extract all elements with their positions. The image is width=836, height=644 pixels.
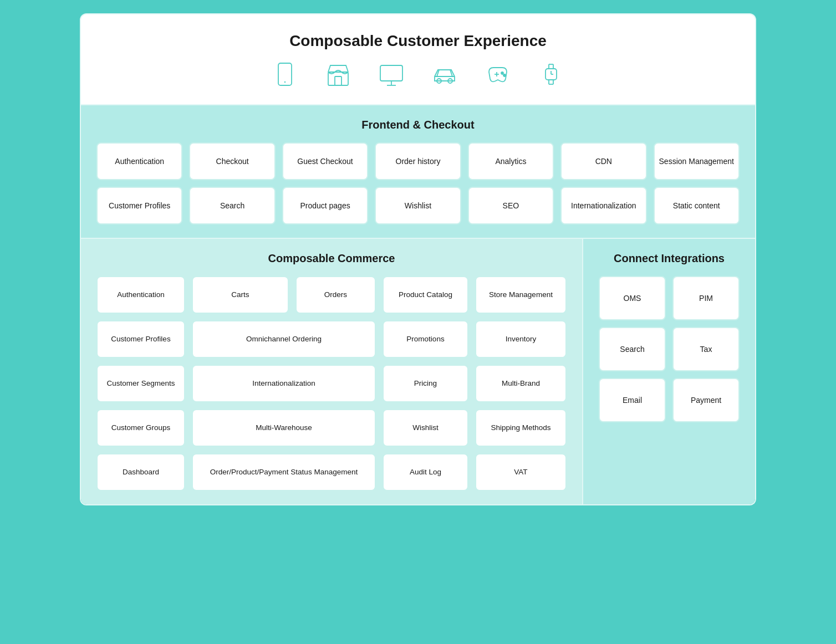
- fe-card-customer-profiles: Customer Profiles: [96, 187, 182, 224]
- commerce-section: Composable Commerce Authentication Carts…: [81, 239, 583, 504]
- cc-authentication: Authentication: [96, 276, 185, 314]
- frontend-row1: Authentication Checkout Guest Checkout O…: [96, 142, 740, 180]
- desktop-icon: [378, 61, 405, 91]
- fe-card-seo: SEO: [468, 187, 554, 224]
- fe-card-static-content: Static content: [654, 187, 740, 224]
- connect-title: Connect Integrations: [599, 252, 740, 265]
- cc-internationalization: Internationalization: [192, 365, 376, 402]
- frontend-row2: Customer Profiles Search Product pages W…: [96, 187, 740, 224]
- svg-point-11: [501, 72, 503, 74]
- frontend-section: Frontend & Checkout Authentication Check…: [80, 105, 756, 239]
- cc-customer-profiles: Customer Profiles: [96, 320, 185, 358]
- connect-pim: PIM: [672, 276, 740, 320]
- connect-oms: OMS: [599, 276, 666, 320]
- cc-orders: Orders: [295, 276, 376, 314]
- car-icon: [431, 61, 458, 91]
- device-icons-row: [94, 61, 742, 91]
- connect-payment: Payment: [672, 378, 740, 422]
- fe-card-product-pages: Product pages: [282, 187, 368, 224]
- svg-rect-3: [335, 76, 341, 85]
- cc-vat: VAT: [475, 453, 567, 491]
- connect-search: Search: [599, 327, 666, 371]
- cc-shipping-methods: Shipping Methods: [475, 409, 567, 447]
- watch-icon: [538, 61, 564, 91]
- cc-inventory: Inventory: [475, 320, 567, 358]
- connect-email: Email: [599, 378, 666, 422]
- cc-multi-warehouse: Multi-Warehouse: [192, 409, 376, 447]
- gaming-icon: [485, 61, 511, 91]
- cc-promotions: Promotions: [383, 320, 468, 358]
- svg-point-12: [503, 74, 506, 76]
- cc-carts: Carts: [192, 276, 289, 314]
- fe-card-guest-checkout: Guest Checkout: [282, 142, 368, 180]
- main-title: Composable Customer Experience: [94, 32, 742, 50]
- fe-card-session-management: Session Management: [654, 142, 740, 180]
- cc-audit-log: Audit Log: [383, 453, 468, 491]
- cc-omnichannel-ordering: Omnichannel Ordering: [192, 320, 376, 358]
- fe-card-internationalization: Internationalization: [560, 187, 646, 224]
- cc-dashboard: Dashboard: [96, 453, 185, 491]
- fe-card-cdn: CDN: [560, 142, 646, 180]
- frontend-title: Frontend & Checkout: [96, 119, 740, 131]
- cc-store-management: Store Management: [475, 276, 567, 314]
- cc-pricing: Pricing: [383, 365, 468, 402]
- fe-card-wishlist: Wishlist: [375, 187, 461, 224]
- fe-card-analytics: Analytics: [468, 142, 554, 180]
- commerce-grid: Authentication Carts Orders Product Cata…: [96, 276, 567, 491]
- store-icon: [325, 61, 351, 91]
- cc-customer-segments: Customer Segments: [96, 365, 185, 402]
- fe-card-checkout: Checkout: [189, 142, 275, 180]
- connect-grid: OMS PIM Search Tax Email Payment: [599, 276, 740, 422]
- fe-card-authentication: Authentication: [96, 142, 182, 180]
- svg-rect-4: [380, 65, 402, 81]
- outer-container: Composable Customer Experience: [80, 13, 756, 505]
- fe-card-order-history: Order history: [375, 142, 461, 180]
- connect-section: Connect Integrations OMS PIM Search Tax …: [583, 239, 755, 504]
- cc-order-product-payment: Order/Product/Payment Status Management: [192, 453, 376, 491]
- cc-customer-groups: Customer Groups: [96, 409, 185, 447]
- cc-product-catalog: Product Catalog: [383, 276, 468, 314]
- connect-tax: Tax: [672, 327, 740, 371]
- fe-card-search: Search: [189, 187, 275, 224]
- cc-multi-brand: Multi-Brand: [475, 365, 567, 402]
- bottom-row: Composable Commerce Authentication Carts…: [80, 239, 756, 505]
- cc-wishlist: Wishlist: [383, 409, 468, 447]
- top-panel: Composable Customer Experience: [80, 13, 756, 105]
- mobile-icon: [272, 61, 298, 91]
- commerce-title: Composable Commerce: [96, 252, 567, 265]
